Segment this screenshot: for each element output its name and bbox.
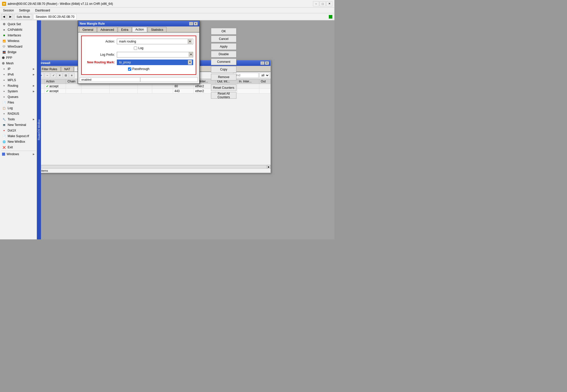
tab-extra[interactable]: Extra (118, 27, 132, 32)
sidebar-item-tools[interactable]: 🔧 Tools ▶ (0, 117, 37, 122)
forward-button[interactable]: ▶ (8, 14, 13, 20)
routing-mark-label: New Routing Mark: (84, 61, 115, 64)
mangle-dialog: New Mangle Rule □ ✕ General Advanced Ext… (78, 20, 200, 84)
sidebar-item-exit[interactable]: ❌ Exit (0, 144, 37, 150)
remove-rule-button[interactable]: − (45, 73, 50, 78)
sidebar-item-interfaces[interactable]: ■ Interfaces (0, 33, 37, 38)
tab-action[interactable]: Action (132, 27, 147, 32)
log-prefix-label: Log Prefix: (84, 53, 115, 56)
back-button[interactable]: ◀ (1, 14, 7, 20)
scroll-right-btn[interactable]: ▶ (267, 165, 271, 169)
sidebar-item-routing[interactable]: ● Routing ▶ (0, 83, 37, 89)
log-checkbox[interactable] (134, 47, 137, 50)
reset-counters-button[interactable]: Reset Counters (211, 84, 236, 91)
sidebar-item-mesh[interactable]: Mesh (0, 61, 37, 66)
safe-mode-button[interactable]: Safe Mode (14, 14, 32, 20)
cell-out-0 (259, 84, 270, 89)
sidebar-label-queues: Queues (8, 95, 35, 99)
menu-session[interactable]: Session (1, 8, 16, 13)
mpls-icon: ● (2, 78, 6, 82)
remove-button[interactable]: Remove (211, 74, 236, 80)
apply-button[interactable]: Apply (211, 43, 236, 50)
sidebar-item-system[interactable]: ● System ▶ (0, 89, 37, 94)
action-dropdown-arrow[interactable]: ▼ (188, 39, 192, 44)
log-prefix-arrow[interactable]: ▼ (189, 52, 193, 57)
system-icon: ● (2, 89, 6, 93)
reset-all-counters-button[interactable]: Reset All Counters (211, 92, 236, 99)
firewall-maximize-btn[interactable]: □ (260, 61, 264, 65)
sidebar-item-radius[interactable]: ● RADIUS (0, 111, 37, 117)
disable-rule-button[interactable]: ✕ (57, 73, 62, 78)
mangle-maximize-btn[interactable]: □ (189, 22, 193, 25)
sidebar-item-ipv6[interactable]: ● IPv6 ▶ (0, 72, 37, 77)
sidebar-item-mpls[interactable]: ● MPLS (0, 77, 37, 83)
sidebar-label-dot1x: Dot1X (8, 129, 35, 132)
sidebar-item-ip[interactable]: ● IP ▶ (0, 66, 37, 72)
copy-button[interactable]: Copy (211, 66, 236, 73)
cell-sport-1 (152, 89, 173, 94)
minimize-button[interactable]: − (313, 1, 319, 6)
tab-advanced[interactable]: Advanced (97, 27, 117, 32)
sidebar-item-bridge[interactable]: 🌉 Bridge (0, 49, 37, 55)
sidebar-label-files: Files (8, 101, 35, 104)
routing-mark-select[interactable]: to_proxy ▼ (117, 60, 193, 65)
app-icon: W (2, 2, 6, 6)
sidebar-label-ip: IP (8, 67, 31, 71)
cell-proto-0 (138, 84, 152, 89)
sidebar-item-supout[interactable]: 📄 Make Supout.rif (0, 133, 37, 139)
sidebar-item-quickset[interactable]: ⚙ Quick Set (0, 21, 37, 27)
tab-nat[interactable]: NAT (61, 66, 74, 71)
ip-arrow: ▶ (33, 68, 35, 70)
close-button[interactable]: ✕ (326, 1, 332, 6)
menu-dashboard[interactable]: Dashboard (33, 8, 52, 13)
passthrough-label: Passthrough (132, 67, 149, 71)
quickset-icon: ⚙ (2, 22, 6, 26)
sidebar-item-log[interactable]: 📋 Log (0, 105, 37, 111)
cancel-button[interactable]: Cancel (211, 36, 236, 42)
log-prefix-input[interactable] (117, 52, 189, 57)
tab-general[interactable]: General (79, 27, 97, 32)
disable-button[interactable]: Disable (211, 51, 236, 57)
ip-icon: ● (2, 67, 6, 71)
windows-icon (2, 153, 5, 156)
firewall-close-btn[interactable]: ✕ (265, 61, 269, 65)
radius-icon: ● (2, 112, 6, 116)
filter-button[interactable]: ≡ (69, 73, 75, 78)
horizontal-scrollbar[interactable]: ◀ ▶ (37, 165, 271, 168)
comment-button[interactable]: Comment (211, 59, 236, 65)
sidebar-item-new-terminal[interactable]: 💻 New Terminal (0, 122, 37, 128)
tab-statistics[interactable]: Statistics (148, 27, 166, 32)
log-prefix-row: Log Prefix: ▼ (84, 52, 193, 57)
sidebar-label-quickset: Quick Set (8, 22, 35, 26)
sidebar-item-wireless[interactable]: 📶 Wireless (0, 38, 37, 44)
mangle-close-btn[interactable]: ✕ (194, 22, 198, 25)
sidebar-item-ppp[interactable]: PPP (0, 55, 37, 61)
dot1x-icon: ● (2, 128, 6, 133)
sidebar-label-wireless: Wireless (8, 39, 35, 43)
action-label: Action: (84, 40, 115, 43)
sidebar-item-windows[interactable]: Windows ▶ (0, 151, 37, 157)
passthrough-checkbox[interactable] (128, 67, 131, 71)
content-area: Firewall □ ✕ Filter Rules NAT Mangle (37, 20, 334, 239)
sidebar-item-new-winbox[interactable]: 🌐 New WinBox (0, 139, 37, 144)
cell-src-0 (81, 84, 109, 89)
log-prefix-input-container: ▼ (117, 52, 193, 57)
bridge-icon: 🌉 (2, 50, 6, 54)
tools-icon: 🔧 (2, 117, 6, 121)
sidebar-item-files[interactable]: 📄 Files (0, 100, 37, 105)
routing-mark-arrow[interactable]: ▼ (188, 60, 192, 65)
action-select[interactable]: mark routing ▼ (117, 39, 193, 44)
enable-rule-button[interactable]: ✓ (51, 73, 56, 78)
copy-rule-button[interactable]: ⊟ (63, 73, 68, 78)
sidebar-label-ipv6: IPv6 (8, 73, 31, 76)
maximize-button[interactable]: □ (320, 1, 326, 6)
sidebar-item-queues[interactable]: ● Queues (0, 94, 37, 100)
sidebar-item-capsman[interactable]: ● CAPsMAN (0, 27, 37, 33)
sidebar-item-wireguard[interactable]: 🛡 WireGuard (0, 44, 37, 49)
ok-button[interactable]: OK (211, 28, 236, 35)
menu-settings[interactable]: Settings (17, 8, 32, 13)
col-out: Out (259, 79, 270, 84)
find-select[interactable]: all (260, 73, 270, 78)
tab-filter-rules[interactable]: Filter Rules (38, 66, 61, 71)
sidebar-item-dot1x[interactable]: ● Dot1X (0, 128, 37, 133)
